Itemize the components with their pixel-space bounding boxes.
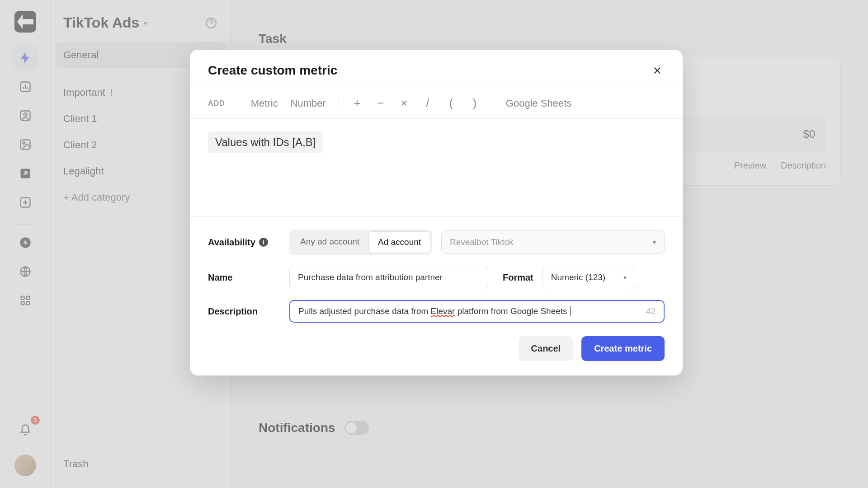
close-icon[interactable] <box>650 63 665 78</box>
create-metric-button[interactable]: Create metric <box>581 336 665 361</box>
description-input[interactable]: Pulls adjusted purchase data from Elevar… <box>289 300 665 323</box>
description-char-count: 42 <box>646 306 656 316</box>
plus-icon[interactable]: + <box>352 96 363 110</box>
availability-account-button[interactable]: Ad account <box>368 231 430 253</box>
availability-label: Availability i <box>208 237 280 248</box>
toolbar-add-label: ADD <box>208 99 225 108</box>
info-icon[interactable]: i <box>259 238 268 247</box>
formula-toolbar: ADD Metric Number + − × / ( ) Google She… <box>190 88 683 119</box>
google-sheets-button[interactable]: Google Sheets <box>506 98 572 109</box>
availability-segmented: Any ad account Ad account <box>289 230 432 255</box>
open-paren-icon[interactable]: ( <box>446 96 457 110</box>
ad-account-placeholder: Revealbot Tiktok <box>450 237 513 247</box>
format-label: Format <box>503 272 533 283</box>
chevron-down-icon: ▾ <box>623 274 627 281</box>
name-label: Name <box>208 272 280 283</box>
cancel-button[interactable]: Cancel <box>519 336 574 361</box>
ad-account-select[interactable]: Revealbot Tiktok ▾ <box>441 230 665 254</box>
divide-icon[interactable]: / <box>422 96 433 110</box>
add-metric-button[interactable]: Metric <box>251 98 278 109</box>
close-paren-icon[interactable]: ) <box>469 96 480 110</box>
multiply-icon[interactable]: × <box>399 96 410 110</box>
name-input[interactable] <box>289 266 488 289</box>
modal-title: Create custom metric <box>208 63 337 78</box>
chevron-down-icon: ▾ <box>653 239 656 246</box>
minus-icon[interactable]: − <box>375 96 386 110</box>
formula-editor[interactable]: Values with IDs [A,B] <box>190 119 683 216</box>
add-number-button[interactable]: Number <box>291 98 326 109</box>
format-select[interactable]: Numeric (123) ▾ <box>542 266 635 289</box>
formula-chip[interactable]: Values with IDs [A,B] <box>208 131 323 153</box>
availability-any-button[interactable]: Any ad account <box>291 231 368 253</box>
create-metric-modal: Create custom metric ADD Metric Number +… <box>190 50 683 375</box>
description-label: Description <box>208 306 280 317</box>
